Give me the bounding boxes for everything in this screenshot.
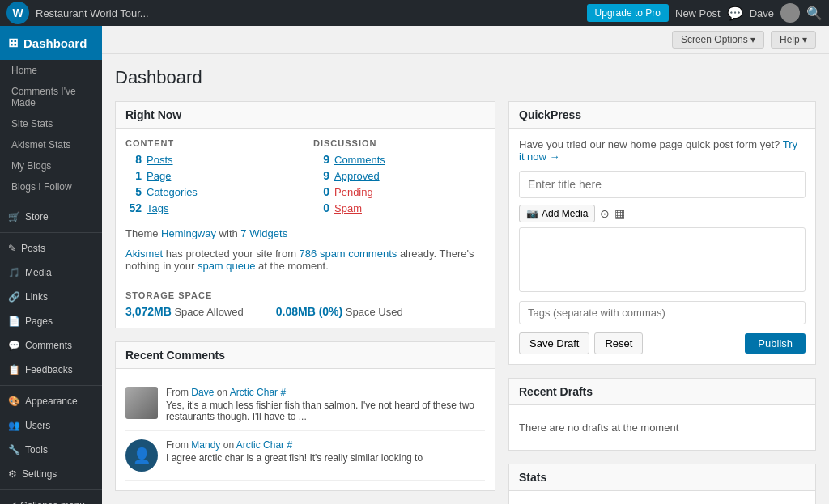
user-name: Dave [750,7,774,19]
pages-link[interactable]: Page [147,170,171,182]
pages-label: Pages [25,316,53,327]
pending-link[interactable]: Pending [334,186,373,198]
storage-allowed-label: Space Allowed [174,306,243,318]
sidebar-item-my-blogs[interactable]: My Blogs [0,155,102,176]
sidebar: ⊞ Dashboard Home Comments I've Made Site… [0,26,102,504]
screen-options-button[interactable]: Screen Options ▾ [672,31,764,49]
quickpress-tags-input[interactable] [519,301,806,324]
pages-count: 1 [125,169,142,182]
right-column: QuickPress Have you tried our new home p… [508,101,816,504]
recent-comments-header: Recent Comments [116,342,495,369]
new-post-button[interactable]: New Post [675,7,721,19]
posts-count: 8 [125,153,142,166]
quickpress-widget: QuickPress Have you tried our new home p… [508,101,816,365]
sidebar-divider-2 [0,232,102,233]
layout: ⊞ Dashboard Home Comments I've Made Site… [0,26,829,504]
sidebar-item-blogs-follow[interactable]: Blogs I Follow [0,176,102,197]
tags-link[interactable]: Tags [147,202,168,214]
categories-link[interactable]: Categories [147,186,198,198]
quickpress-title-input[interactable] [519,171,806,198]
links-icon: 🔗 [8,291,20,303]
spam-link[interactable]: Spam [334,202,362,214]
sidebar-item-feedbacks[interactable]: 📋 Feedbacks [0,358,102,382]
comments-link[interactable]: Comments [334,154,385,166]
feedbacks-label: Feedbacks [25,364,73,375]
pages-icon: 📄 [8,316,20,327]
store-icon: 🛒 [8,211,20,222]
sidebar-item-users[interactable]: 👥 Users [0,413,102,438]
akismet-line: Akismet has protected your site from 786… [125,248,485,272]
tools-icon: 🔧 [8,444,20,455]
approved-count: 9 [313,169,329,182]
publish-button[interactable]: Publish [745,333,806,354]
store-label: Store [25,211,49,222]
sidebar-item-home[interactable]: Home [0,60,102,81]
recent-drafts-header: Recent Drafts [509,379,815,405]
tools-label: Tools [25,444,48,455]
recent-comments-body: From Dave on Arctic Char # Yes, it's a m… [116,369,495,490]
quickpress-actions: Save Draft Reset Publish [519,332,806,354]
categories-item: 5 Categories [125,185,297,198]
comments-count: 9 [313,153,329,166]
dashboard-label: Dashboard [23,36,87,50]
sidebar-item-posts[interactable]: ✎ Posts [0,236,102,260]
collapse-icon: ◀ [8,500,15,504]
right-now-header: Right Now [116,102,495,129]
recent-drafts-widget: Recent Drafts There are no drafts at the… [508,378,816,451]
sidebar-divider-4 [0,489,102,490]
chat-icon: 💬 [727,6,743,21]
storage-allowed-value: 3,072MB Space Allowed [125,305,244,318]
stats-widget: Stats No stats are available for this ti… [508,464,816,504]
sidebar-item-media[interactable]: 🎵 Media [0,260,102,285]
spam-item: 0 Spam [313,201,485,214]
upgrade-button[interactable]: Upgrade to Pro [587,4,669,22]
sidebar-item-pages[interactable]: 📄 Pages [0,309,102,333]
settings-label: Settings [22,468,57,480]
dashboard-header[interactable]: ⊞ Dashboard [0,26,102,60]
sidebar-item-collapse[interactable]: ◀ Collapse menu [0,493,102,504]
sidebar-item-comments[interactable]: 💬 Comments [0,333,102,358]
sidebar-item-site-stats[interactable]: Site Stats [0,113,102,134]
approved-link[interactable]: Approved [334,170,380,182]
media-label: Media [25,267,52,278]
left-column: Right Now CONTENT 8 Posts [115,101,495,504]
qp-format-icon-1[interactable]: ⊙ [600,207,610,220]
sidebar-item-tools[interactable]: 🔧 Tools [0,438,102,462]
quickpress-intro: Have you tried our new home page quick p… [519,138,806,163]
dashboard-columns: Right Now CONTENT 8 Posts [115,101,816,504]
feedbacks-icon: 📋 [8,364,20,375]
add-media-button[interactable]: 📷 Add Media [519,205,595,222]
comment-meta-2: From Mandy on Arctic Char # [166,439,423,451]
quickpress-content-area[interactable] [519,227,806,292]
sidebar-item-links[interactable]: 🔗 Links [0,285,102,309]
content-area: Dashboard Right Now CONTENT 8 [102,54,829,504]
sidebar-item-settings[interactable]: ⚙ Settings [0,462,102,486]
dashboard-icon: ⊞ [8,36,19,50]
storage-used-label: Space Used [346,306,403,318]
search-icon[interactable]: 🔍 [806,6,823,21]
comments-label: Comments [25,340,72,351]
qp-format-icon-2[interactable]: ▦ [614,207,625,220]
page-title: Dashboard [115,67,816,88]
posts-icon: ✎ [8,243,16,254]
quickpress-body: Have you tried our new home page quick p… [509,129,815,364]
quickpress-toolbar: 📷 Add Media ⊙ ▦ [519,205,806,222]
add-media-icon: 📷 [526,208,538,219]
help-button[interactable]: Help ▾ [771,31,816,49]
storage-values: 3,072MB Space Allowed 0.08MB (0%) Space … [125,305,485,318]
reset-button[interactable]: Reset [594,332,643,354]
sidebar-item-store[interactable]: 🛒 Store [0,205,102,229]
comment-text-1: Yes, it's a much less fishier fish than … [166,400,485,422]
admin-bar-right: Upgrade to Pro New Post 💬 Dave 🔍 [587,3,823,23]
comment-content-2: From Mandy on Arctic Char # I agree arct… [166,439,423,472]
comment-avatar-icon-2: 👤 [133,447,151,464]
comment-avatar-image-1 [125,387,158,419]
theme-line: Theme Hemingway with 7 Widgets [125,227,485,239]
save-draft-button[interactable]: Save Draft [519,332,589,354]
sidebar-item-akismet-stats[interactable]: Akismet Stats [0,134,102,155]
sidebar-item-comments-made[interactable]: Comments I've Made [0,81,102,113]
pages-item: 1 Page [125,169,297,182]
sidebar-item-appearance[interactable]: 🎨 Appearance [0,389,102,413]
admin-bar: W Restaurant World Tour... Upgrade to Pr… [0,0,829,26]
posts-link[interactable]: Posts [147,154,173,166]
